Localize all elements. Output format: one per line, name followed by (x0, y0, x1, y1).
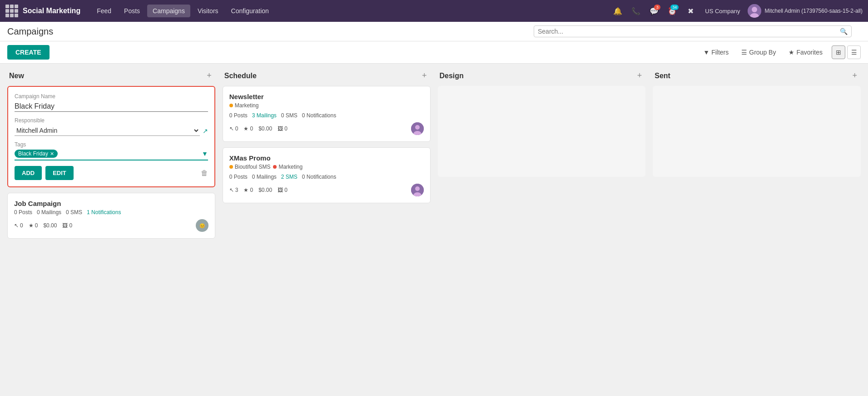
search-icon: 🔍 (840, 28, 848, 35)
newsletter-revenue-metric: $0.00 (258, 125, 272, 132)
kanban-board: New + Campaign Name Responsible Mitchell… (0, 64, 868, 396)
tags-input-container[interactable]: Black Friday ✕ ▼ (15, 150, 208, 160)
xmas-tags: Bioutifoul SMS Marketing (229, 164, 424, 170)
svg-point-7 (415, 186, 420, 191)
kanban-view-button[interactable]: ⊞ (832, 45, 845, 59)
apps-menu-icon[interactable] (5, 5, 18, 17)
form-actions: ADD EDIT 🗑 (15, 166, 208, 180)
star-icon: ★ (29, 222, 34, 229)
col-add-schedule[interactable]: + (420, 71, 429, 80)
settings-icon[interactable]: ✖ (683, 4, 698, 18)
campaign-name-label: Campaign Name (15, 93, 208, 100)
col-header-new: New + (7, 71, 215, 80)
nav-configuration[interactable]: Configuration (226, 5, 274, 17)
activity-badge: 34 (670, 5, 679, 10)
kanban-col-new: New + Campaign Name Responsible Mitchell… (7, 71, 215, 389)
col-add-new[interactable]: + (205, 71, 213, 80)
top-menu: Feed Posts Campaigns Visitors Configurat… (91, 5, 609, 17)
search-bar[interactable]: 🔍 (534, 25, 852, 37)
job-campaign-stats: 0 Posts 0 Mailings 0 SMS 1 Notifications (14, 209, 208, 216)
newsletter-sms-stat: 0 SMS (281, 112, 298, 119)
new-campaign-form: Campaign Name Responsible Mitchell Admin… (7, 86, 215, 187)
image-icon: 🖼 (278, 187, 283, 193)
company-name[interactable]: US Company (701, 8, 744, 15)
tags-label: Tags (15, 141, 208, 148)
newsletter-avatar (411, 122, 424, 135)
job-campaign-card: Job Campaign 0 Posts 0 Mailings 0 SMS 1 … (7, 193, 215, 239)
xmas-title[interactable]: XMas Promo (229, 154, 424, 162)
newsletter-notifications-stat: 0 Notifications (302, 112, 336, 119)
username-label[interactable]: Mitchell Admin (17397560-saas-15-2-all) (765, 8, 863, 14)
delete-icon[interactable]: 🗑 (201, 169, 208, 177)
job-clicks-metric: ↖ 0 (14, 222, 23, 229)
nav-campaigns[interactable]: Campaigns (147, 5, 190, 17)
xmas-revenue-metric: $0.00 (258, 187, 272, 193)
filter-icon: ▼ (703, 49, 709, 56)
edit-button[interactable]: EDIT (45, 166, 74, 180)
star-icon: ★ (243, 187, 248, 193)
dot-icon (229, 104, 233, 107)
filters-button[interactable]: ▼ Filters (699, 47, 732, 58)
favorites-icon: ★ (789, 49, 794, 56)
col-add-design[interactable]: + (635, 71, 644, 80)
newsletter-mailings-link[interactable]: 3 Mailings (252, 112, 277, 119)
xmas-mailings-stat: 0 Mailings (252, 174, 277, 180)
user-avatar[interactable] (748, 4, 761, 18)
newsletter-favorites-metric: ★ 0 (243, 125, 253, 132)
group-by-button[interactable]: ☰ Group By (738, 47, 779, 58)
image-icon: 🖼 (62, 222, 68, 229)
newsletter-title[interactable]: Newsletter (229, 93, 424, 100)
col-title-sent: Sent (655, 72, 670, 80)
col-title-design: Design (440, 72, 464, 80)
page-title: Campaigns (7, 26, 53, 37)
phone-icon[interactable]: 📞 (629, 4, 643, 18)
responsible-row: Mitchell Admin ↗ (15, 125, 208, 136)
job-mailings-stat: 0 Mailings (37, 209, 61, 216)
list-view-button[interactable]: ☰ (847, 45, 861, 59)
create-button[interactable]: CREATE (7, 45, 50, 60)
xmas-avatar (411, 184, 424, 196)
newsletter-card: Newsletter Marketing 0 Posts 3 Mailings … (223, 86, 431, 142)
tag-label: Black Friday (18, 150, 48, 157)
kanban-col-design: Design + (438, 71, 646, 389)
job-campaign-metrics: ↖ 0 ★ 0 $0.00 🖼 0 😊 (14, 219, 208, 232)
job-sms-stat: 0 SMS (66, 209, 82, 216)
design-col-empty (438, 86, 646, 177)
messages-badge: 3 (654, 5, 660, 10)
cursor-icon: ↖ (14, 222, 19, 229)
search-input[interactable] (538, 28, 838, 35)
responsible-select[interactable]: Mitchell Admin (15, 125, 200, 136)
svg-point-1 (752, 7, 757, 12)
nav-feed[interactable]: Feed (91, 5, 117, 17)
add-button[interactable]: ADD (15, 166, 42, 180)
external-link-icon[interactable]: ↗ (203, 127, 208, 135)
xmas-images-metric: 🖼 0 (278, 187, 288, 193)
responsible-label: Responsible (15, 117, 208, 124)
activity-icon[interactable]: ⏰ 34 (665, 4, 680, 18)
job-favorites-metric: ★ 0 (29, 222, 38, 229)
messages-icon[interactable]: 💬 3 (647, 4, 661, 18)
col-add-sent[interactable]: + (850, 71, 859, 80)
job-notifications-link[interactable]: 1 Notifications (87, 209, 121, 216)
tags-dropdown-icon[interactable]: ▼ (202, 150, 208, 157)
xmas-sms-link[interactable]: 2 SMS (281, 174, 298, 180)
xmas-notifications-stat: 0 Notifications (302, 174, 336, 180)
nav-visitors[interactable]: Visitors (192, 5, 224, 17)
nav-posts[interactable]: Posts (119, 5, 145, 17)
notification-bell-icon[interactable]: 🔔 (610, 4, 625, 18)
dot-icon (273, 165, 277, 169)
newsletter-clicks-metric: ↖ 0 (229, 125, 238, 132)
xmas-tag-bioutifoul: Bioutifoul SMS (229, 164, 271, 170)
col-title-new: New (9, 72, 24, 80)
tag-remove-icon[interactable]: ✕ (50, 151, 54, 157)
favorites-button[interactable]: ★ Favorites (785, 47, 826, 58)
toolbar-right: ▼ Filters ☰ Group By ★ Favorites ⊞ ☰ (699, 45, 861, 59)
job-campaign-title[interactable]: Job Campaign (14, 200, 208, 207)
job-revenue-metric: $0.00 (43, 222, 57, 229)
col-title-schedule: Schedule (224, 72, 257, 80)
tags-row: Tags Black Friday ✕ ▼ (15, 141, 208, 160)
campaign-name-input[interactable] (15, 101, 208, 112)
tag-chip-black-friday[interactable]: Black Friday ✕ (15, 150, 58, 158)
newsletter-metrics: ↖ 0 ★ 0 $0.00 🖼 0 (229, 122, 424, 135)
job-posts-stat: 0 Posts (14, 209, 32, 216)
